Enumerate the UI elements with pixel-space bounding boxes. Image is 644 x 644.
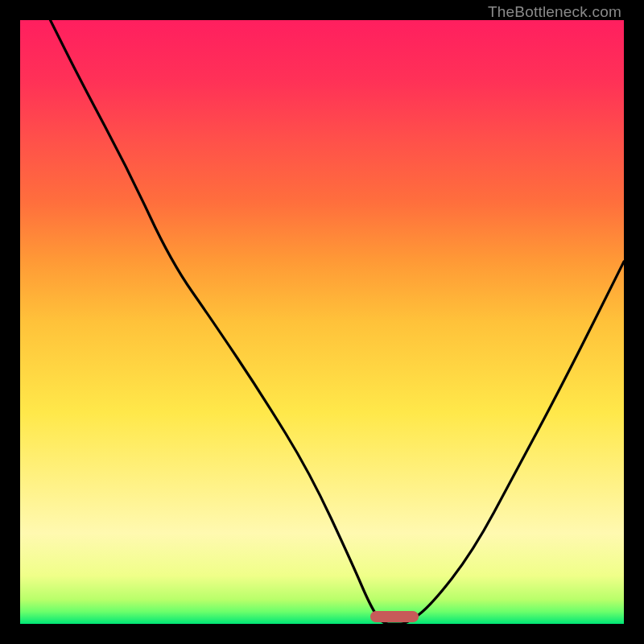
plot-area — [20, 20, 624, 624]
bottleneck-curve — [20, 20, 624, 624]
minimum-marker — [370, 611, 419, 622]
attribution-label: TheBottleneck.com — [488, 3, 621, 21]
chart-frame: TheBottleneck.com — [0, 0, 644, 644]
